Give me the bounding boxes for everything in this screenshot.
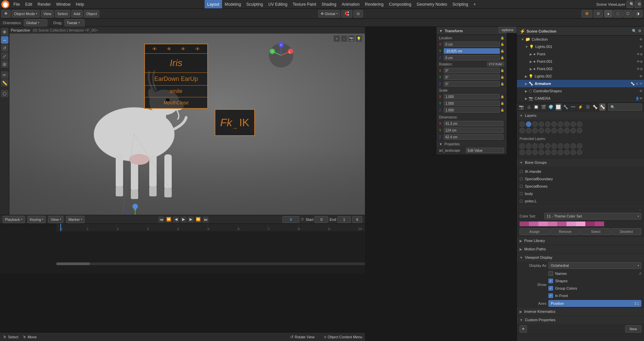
sc-item-lights002[interactable]: ▶ 💡 Lights.002 👁	[517, 72, 644, 80]
inverse-kinematics-header[interactable]: ▶ Inverse Kinematics	[517, 307, 644, 315]
menu-file[interactable]: File	[11, 0, 22, 8]
layer-12[interactable]	[526, 128, 531, 133]
layer-3[interactable]	[532, 121, 538, 127]
select-dropdown[interactable]: Select	[55, 10, 70, 17]
sc-point001-vis[interactable]: 👁	[637, 60, 640, 63]
menu-render[interactable]: Render	[35, 0, 53, 8]
menu-edit[interactable]: Edit	[22, 0, 35, 8]
swatch-1[interactable]	[520, 222, 529, 226]
viewport-gizmos-btn[interactable]: 🔅	[582, 10, 592, 17]
render-props-icon[interactable]: 📷	[519, 103, 525, 111]
output-props-icon[interactable]: 🖨	[526, 103, 532, 111]
p-layer-6[interactable]	[551, 143, 557, 149]
layer-7[interactable]	[558, 121, 563, 127]
object-props-icon[interactable]: ⬜	[555, 103, 561, 111]
lock-sx[interactable]: 🔒	[500, 95, 504, 98]
add-dropdown[interactable]: Add	[71, 10, 83, 17]
filter-btn[interactable]: ⚙	[635, 1, 641, 8]
sc-icon-filter[interactable]: ⚡	[520, 29, 525, 34]
layer-11[interactable]	[520, 128, 525, 133]
swatch-6[interactable]	[567, 222, 576, 226]
menu-window[interactable]: Window	[53, 0, 73, 8]
p-layer-8[interactable]	[564, 143, 570, 149]
add-property-btn[interactable]: +	[520, 325, 527, 333]
tab-layout[interactable]: Layout	[205, 0, 222, 8]
lock-icon-y[interactable]: 🔒	[500, 49, 504, 53]
color-set-dropdown[interactable]: 11 - Theme Color Set ▾	[544, 213, 641, 220]
display-as-dropdown[interactable]: Octahedral ▾	[548, 262, 641, 269]
view-dropdown[interactable]: View	[41, 10, 54, 17]
p-layer-18[interactable]	[564, 150, 570, 155]
location-x-field[interactable]: 0 cm	[444, 42, 500, 47]
bone-groups-header[interactable]: ▼ Bone Groups	[517, 158, 644, 166]
sc-expand-collection[interactable]: ▼	[521, 38, 524, 41]
swatch-8[interactable]	[585, 222, 595, 226]
lock-icon-z[interactable]: 🔒	[500, 56, 504, 59]
start-frame-field[interactable]: 0	[315, 216, 328, 223]
tab-scripting[interactable]: Scripting	[450, 0, 471, 8]
tab-uv-editing[interactable]: UV Editing	[266, 0, 290, 8]
rotation-y-field[interactable]: 0°	[444, 75, 500, 80]
p-layer-9[interactable]	[571, 143, 576, 149]
sc-item-point001[interactable]: ▶ ● Point.001 👁 ⊕	[517, 58, 644, 65]
transform-expand-icon[interactable]: ▼	[439, 29, 443, 33]
p-layer-3[interactable]	[532, 143, 538, 149]
motion-paths-toggle[interactable]: ▶	[520, 247, 522, 251]
marker-dropdown[interactable]: Marker ▾	[66, 216, 85, 223]
add-primitive-btn[interactable]: ⬡	[1, 90, 8, 97]
p-layer-7[interactable]	[558, 143, 563, 149]
layer-8[interactable]	[564, 121, 570, 127]
custom-properties-header[interactable]: ▼ Custom Properties	[517, 316, 644, 324]
euler-dropdown[interactable]: XYZ Euler	[487, 62, 504, 66]
sc-point001-link[interactable]: ⊕	[640, 60, 643, 63]
sc-point-link[interactable]: ⊕	[640, 52, 643, 56]
motion-paths-header[interactable]: ▶ Motion Paths	[517, 245, 644, 253]
in-front-checkbox[interactable]: ✓	[548, 293, 553, 298]
sc-expand-armature[interactable]: ▶	[525, 82, 528, 86]
search-btn[interactable]: 🔍	[627, 1, 633, 8]
pose-library-header[interactable]: ▶ Pose Library	[517, 237, 644, 245]
last-frame-btn[interactable]: ⏭	[203, 216, 209, 223]
layer-13[interactable]	[532, 128, 538, 133]
scale-z-field[interactable]: 1.000	[444, 107, 500, 113]
p-layer-10[interactable]	[577, 143, 582, 149]
layers-header[interactable]: ▼ Layers:	[517, 111, 644, 119]
sc-item-collection[interactable]: ▼ 📁 Collection 👁	[517, 36, 644, 43]
play-btn[interactable]: ▶	[180, 216, 186, 223]
tab-modeling[interactable]: Modeling	[222, 0, 244, 8]
scale-tool-btn[interactable]: ⤢	[1, 52, 8, 60]
constraints-props-icon[interactable]: ⛓	[585, 103, 591, 111]
sc-lights002-vis[interactable]: 👁	[639, 75, 643, 78]
eye-icon-2[interactable]: 👁	[167, 46, 171, 52]
tab-add[interactable]: +	[471, 0, 479, 8]
swatch-3[interactable]	[538, 222, 548, 226]
rotation-z-field[interactable]: 0°	[444, 81, 500, 87]
menu-help[interactable]: Help	[73, 0, 87, 8]
sc-item-armature[interactable]: ▶ 🦴 Armature 🦴 ⊕ 👁	[517, 80, 644, 87]
sc-point002-link[interactable]: ⊕	[640, 67, 643, 71]
layer-15[interactable]	[545, 128, 550, 133]
sc-search-icon[interactable]: 🔍	[632, 29, 637, 33]
swatch-4[interactable]	[548, 222, 557, 226]
shapes-checkbox[interactable]: ✓	[548, 279, 553, 283]
props-search[interactable]: 🔍	[608, 103, 642, 111]
sc-arm-vis[interactable]: 👁	[639, 82, 643, 86]
p-layer-13[interactable]	[532, 150, 538, 155]
sc-visibility-icon[interactable]: 👁	[639, 38, 643, 41]
layer-1[interactable]	[520, 121, 525, 127]
layer-19[interactable]	[571, 128, 576, 133]
material-mode[interactable]: ⬡	[623, 10, 633, 17]
sc-filter-icon[interactable]: ⚙	[638, 29, 641, 33]
bone-groups-more-btn[interactable]: ...	[517, 206, 644, 211]
pose-library-toggle[interactable]: ▶	[520, 239, 522, 243]
solid-mode[interactable]: ●	[604, 10, 612, 17]
object-dropdown[interactable]: Object	[84, 10, 99, 17]
sc-item-point[interactable]: ▶ ● Point 👁 ⊕	[517, 50, 644, 58]
swatch-7[interactable]	[576, 222, 585, 226]
viewport-overlays-btn[interactable]: ⊙	[594, 10, 603, 17]
sc-lights001-vis[interactable]: 👁	[639, 45, 643, 49]
sc-expand-point001[interactable]: ▶	[530, 60, 532, 63]
sc-camera-vis[interactable]: 👁	[639, 97, 643, 100]
layer-5[interactable]	[545, 121, 550, 127]
rotate-view-status[interactable]: ↺ Rotate View	[290, 335, 315, 339]
